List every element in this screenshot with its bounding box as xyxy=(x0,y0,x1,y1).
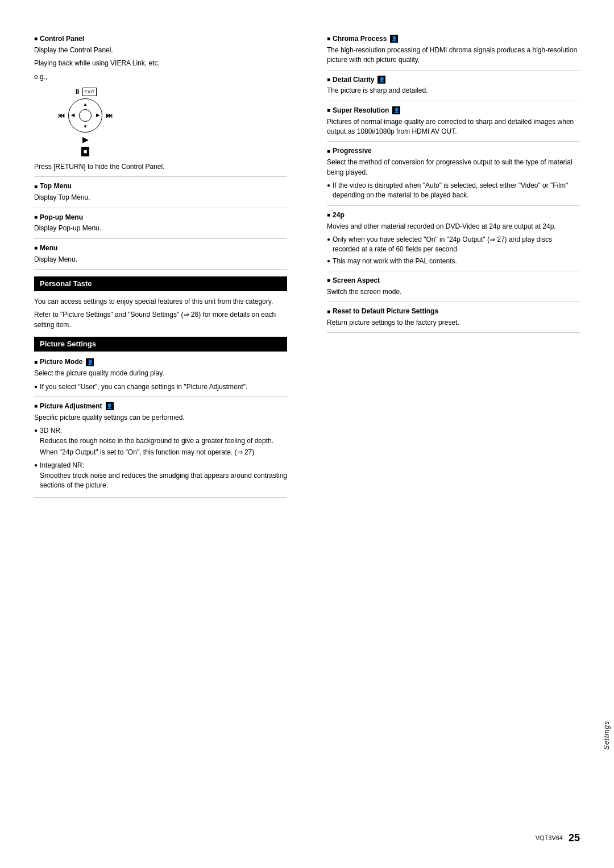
super-resolution-title: Super Resolution 👤 xyxy=(327,106,580,115)
divider-r5 xyxy=(327,271,580,271)
chroma-process-desc: The high-resolution processing of HDMI c… xyxy=(327,46,580,65)
24p-title: 24p xyxy=(327,210,580,220)
remote-top-row: ⏸ EXIT xyxy=(74,88,97,96)
menu-section: Menu Display Menu. xyxy=(34,243,287,264)
nav-right-arrow: ▶ xyxy=(96,113,99,119)
personal-taste-heading-block: Personal Taste xyxy=(34,276,287,291)
page-footer: VQT3V64 25 xyxy=(536,831,580,845)
popup-menu-section: Pop-up Menu Display Pop-up Menu. xyxy=(34,213,287,234)
picture-adjustment-title: Picture Adjustment 👤 xyxy=(34,402,287,411)
divider-r3 xyxy=(327,141,580,142)
remote-diagram: ⏸ EXIT ⏮ ▲ ▼ ◀ ▶ ⏭ xyxy=(51,88,119,156)
divider-r7 xyxy=(327,332,580,333)
divider-r1 xyxy=(327,70,580,71)
divider-r2 xyxy=(327,101,580,101)
picture-mode-section: Picture Mode 👤 Select the picture qualit… xyxy=(34,357,287,392)
top-menu-desc: Display Top Menu. xyxy=(34,193,287,202)
progressive-bullet1: If the video is disrupted when "Auto" is… xyxy=(327,181,580,201)
press-return-text: Press [RETURN] to hide the Control Panel… xyxy=(34,162,287,172)
reset-picture-title: Reset to Default Picture Settings xyxy=(327,307,580,316)
picture-settings-heading: Picture Settings xyxy=(34,337,287,352)
super-resolution-desc: Pictures of normal image quality are cor… xyxy=(327,117,580,137)
main-content: Control Panel Display the Control Panel.… xyxy=(34,34,580,502)
inr-line1: Smoothes block noise and reduces the smu… xyxy=(40,471,287,491)
personal-taste-line1: You can access settings to enjoy special… xyxy=(34,297,287,307)
progressive-title: Progressive xyxy=(327,146,580,156)
nav-down-arrow: ▼ xyxy=(83,123,88,130)
nav-left-arrow: ◀ xyxy=(71,113,74,119)
detail-clarity-icon: 👤 xyxy=(377,76,385,84)
personal-taste-line2: Refer to "Picture Settings" and "Sound S… xyxy=(34,310,287,330)
top-menu-title: Top Menu xyxy=(34,181,287,191)
picture-settings-heading-block: Picture Settings xyxy=(34,337,287,352)
divider-r6 xyxy=(327,301,580,302)
page: Control Panel Display the Control Panel.… xyxy=(0,0,614,868)
screen-aspect-section: Screen Aspect Switch the screen mode. xyxy=(327,276,580,297)
reset-picture-desc: Return picture settings to the factory p… xyxy=(327,318,580,328)
picture-mode-bullet1: If you select "User", you can change set… xyxy=(34,382,287,392)
popup-menu-desc: Display Pop-up Menu. xyxy=(34,224,287,233)
progressive-desc: Select the method of conversion for prog… xyxy=(327,158,580,177)
progressive-section: Progressive Select the method of convers… xyxy=(327,146,580,200)
control-panel-title: Control Panel xyxy=(34,34,287,44)
inr-bullet: Integrated NR: Smoothes block noise and … xyxy=(34,461,287,492)
right-column: Chroma Process 👤 The high-resolution pro… xyxy=(321,34,580,502)
model-number: VQT3V64 xyxy=(536,834,563,842)
picture-mode-icon: 👤 xyxy=(86,358,94,366)
screen-aspect-title: Screen Aspect xyxy=(327,276,580,286)
nav-up-arrow: ▲ xyxy=(83,101,88,108)
3dnr-line1: Reduces the rough noise in the backgroun… xyxy=(40,436,273,446)
picture-mode-title: Picture Mode 👤 xyxy=(34,357,287,367)
picture-adjustment-desc: Specific picture quality settings can be… xyxy=(34,413,287,423)
screen-aspect-desc: Switch the screen mode. xyxy=(327,287,580,297)
nav-circle: ▲ ▼ ◀ ▶ xyxy=(68,98,102,133)
control-panel-line2: Playing back while using VIERA Link, etc… xyxy=(34,59,287,68)
24p-bullet2: This may not work with the PAL contents. xyxy=(327,257,580,266)
page-number: 25 xyxy=(569,831,580,845)
3dnr-line2: When "24p Output" is set to "On", this f… xyxy=(40,448,273,457)
divider-r4 xyxy=(327,205,580,206)
control-panel-line1: Display the Control Panel. xyxy=(34,46,287,55)
nav-center-btn xyxy=(79,109,92,122)
24p-section: 24p Movies and other material recorded o… xyxy=(327,210,580,266)
24p-desc: Movies and other material recorded on DV… xyxy=(327,222,580,232)
super-resolution-icon: 👤 xyxy=(392,106,400,114)
24p-bullet1: Only when you have selected "On" in "24p… xyxy=(327,235,580,255)
divider-3 xyxy=(34,238,287,239)
picture-adjustment-icon: 👤 xyxy=(106,402,114,410)
top-menu-section: Top Menu Display Top Menu. xyxy=(34,181,287,202)
reset-picture-section: Reset to Default Picture Settings Return… xyxy=(327,307,580,328)
divider-bottom-left xyxy=(34,497,287,498)
detail-clarity-desc: The picture is sharp and detailed. xyxy=(327,86,580,96)
detail-clarity-section: Detail Clarity 👤 The picture is sharp an… xyxy=(327,75,580,96)
control-panel-section: Control Panel Display the Control Panel.… xyxy=(34,34,287,172)
control-panel-line3: e.g., xyxy=(34,72,287,82)
detail-clarity-title: Detail Clarity 👤 xyxy=(327,75,580,85)
chroma-process-section: Chroma Process 👤 The high-resolution pro… xyxy=(327,34,580,65)
chroma-process-title: Chroma Process 👤 xyxy=(327,34,580,44)
super-resolution-section: Super Resolution 👤 Pictures of normal im… xyxy=(327,106,580,137)
divider-2 xyxy=(34,208,287,208)
left-column: Control Panel Display the Control Panel.… xyxy=(34,34,298,502)
personal-taste-heading: Personal Taste xyxy=(34,276,287,291)
divider-4 xyxy=(34,269,287,270)
picture-mode-desc: Select the picture quality mode during p… xyxy=(34,369,287,378)
3dnr-bullet: 3D NR: Reduces the rough noise in the ba… xyxy=(34,426,287,459)
divider-1 xyxy=(34,176,287,177)
exit-label: EXIT xyxy=(82,88,97,96)
chroma-process-icon: 👤 xyxy=(390,35,398,43)
divider-5 xyxy=(34,396,287,397)
menu-title: Menu xyxy=(34,243,287,253)
popup-menu-title: Pop-up Menu xyxy=(34,213,287,222)
sidebar-settings-label: Settings xyxy=(600,716,614,754)
menu-desc: Display Menu. xyxy=(34,255,287,264)
picture-adjustment-section: Picture Adjustment 👤 Specific picture qu… xyxy=(34,402,287,493)
